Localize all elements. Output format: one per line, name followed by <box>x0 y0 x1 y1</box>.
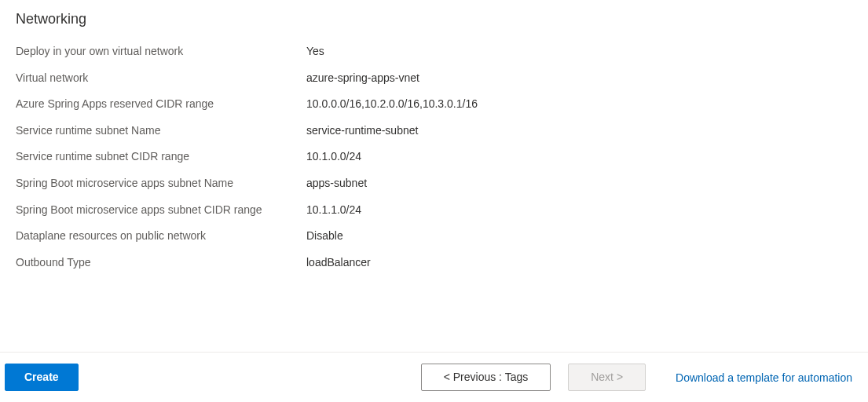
table-row: Spring Boot microservice apps subnet Nam… <box>16 170 852 197</box>
table-row: Spring Boot microservice apps subnet CID… <box>16 197 852 224</box>
property-value: 10.1.0.0/24 <box>306 144 852 170</box>
property-value: 10.0.0.0/16,10.2.0.0/16,10.3.0.1/16 <box>306 91 852 118</box>
networking-section: Networking Deploy in your own virtual ne… <box>0 0 868 276</box>
table-row: Deploy in your own virtual network Yes <box>16 38 852 65</box>
section-title: Networking <box>16 11 852 27</box>
property-value: Yes <box>306 38 852 65</box>
property-value: loadBalancer <box>306 250 852 276</box>
property-label: Service runtime subnet Name <box>16 118 306 144</box>
property-label: Virtual network <box>16 65 306 92</box>
table-row: Azure Spring Apps reserved CIDR range 10… <box>16 91 852 118</box>
wizard-footer: Create < Previous : Tags Next > Download… <box>0 352 868 402</box>
table-row: Virtual network azure-spring-apps-vnet <box>16 65 852 92</box>
property-value: service-runtime-subnet <box>306 118 852 144</box>
table-row: Dataplane resources on public network Di… <box>16 223 852 250</box>
table-row: Outbound Type loadBalancer <box>16 250 852 276</box>
property-value: apps-subnet <box>306 170 852 197</box>
property-label: Service runtime subnet CIDR range <box>16 144 306 170</box>
property-value: 10.1.1.0/24 <box>306 197 852 224</box>
property-value: Disable <box>306 223 852 250</box>
property-label: Deploy in your own virtual network <box>16 38 306 65</box>
next-button: Next > <box>568 364 646 391</box>
previous-button[interactable]: < Previous : Tags <box>421 364 551 391</box>
download-template-link[interactable]: Download a template for automation <box>676 371 852 384</box>
table-row: Service runtime subnet CIDR range 10.1.0… <box>16 144 852 170</box>
property-label: Spring Boot microservice apps subnet CID… <box>16 197 306 224</box>
create-button[interactable]: Create <box>5 364 79 391</box>
property-label: Outbound Type <box>16 250 306 276</box>
properties-table: Deploy in your own virtual network Yes V… <box>16 38 852 276</box>
property-label: Dataplane resources on public network <box>16 223 306 250</box>
property-value: azure-spring-apps-vnet <box>306 65 852 92</box>
property-label: Spring Boot microservice apps subnet Nam… <box>16 170 306 197</box>
table-row: Service runtime subnet Name service-runt… <box>16 118 852 144</box>
property-label: Azure Spring Apps reserved CIDR range <box>16 91 306 118</box>
